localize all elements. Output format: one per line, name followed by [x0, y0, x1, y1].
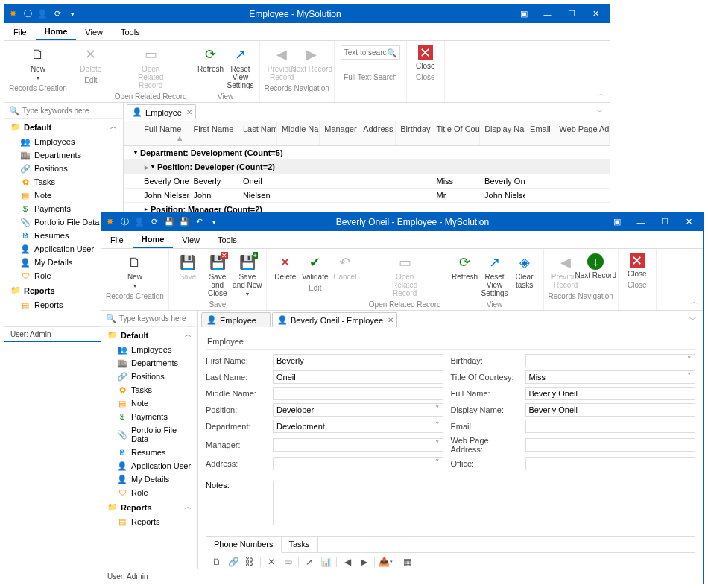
refresh-button[interactable]: ⟳Refresh	[451, 252, 479, 299]
titlebar[interactable]: ✸ ⓘ 👤 ⟳ ▾ Employee - MySolution ▣ — ☐ ✕	[4, 4, 610, 23]
col-header[interactable]: Display Name	[480, 121, 525, 145]
chart-icon[interactable]: 📊	[318, 555, 333, 569]
col-header[interactable]: Full Name ▲	[139, 121, 189, 145]
notes-textarea[interactable]	[273, 481, 695, 525]
middle-name-field[interactable]	[273, 387, 443, 400]
refresh-rows-icon[interactable]: ↗	[302, 555, 317, 569]
menu-view[interactable]: View	[173, 233, 209, 247]
ribbon-collapse-icon[interactable]: ︿	[691, 297, 698, 307]
reset-view-button[interactable]: ↗Reset View Settings	[481, 252, 509, 299]
nav-item-tasks[interactable]: ✿Tasks	[4, 175, 123, 189]
delete-button[interactable]: ✕Delete	[77, 44, 105, 75]
save-close-button[interactable]: 💾✕Save and Close	[203, 252, 232, 299]
tab-employee-detail[interactable]: 👤Beverly Oneil - Employee✕	[272, 312, 397, 327]
display-name-field[interactable]: Beverly Oneil	[525, 403, 696, 417]
prev-row-icon[interactable]: ◀	[340, 555, 355, 569]
nav-item-application-user[interactable]: 👤Application User	[101, 459, 197, 472]
minimize-button[interactable]: —	[537, 6, 559, 22]
nav-item-payments[interactable]: $Payments	[101, 410, 197, 423]
email-field[interactable]	[525, 420, 696, 433]
menu-home[interactable]: Home	[133, 232, 174, 248]
expand-icon[interactable]: ▾	[134, 149, 137, 156]
nav-item-resumes[interactable]: 🗎Resumes	[101, 446, 197, 459]
col-header[interactable]: Web Page Address	[554, 121, 610, 145]
position-field[interactable]: Developer	[273, 403, 443, 417]
nav-item-departments[interactable]: 🏬Departments	[101, 356, 197, 370]
save-button[interactable]: 💾Save	[174, 252, 202, 299]
close-icon[interactable]: ✕	[388, 316, 393, 324]
manager-field[interactable]	[273, 438, 443, 452]
group-row-position-dev[interactable]: ▸▾Position: Developer (Count=2)	[124, 160, 610, 174]
close-button[interactable]: ✕	[677, 214, 700, 230]
department-field[interactable]: Development	[273, 420, 443, 433]
table-row[interactable]: John NielsenJohnNielsenMrJohn Nielsen	[124, 189, 610, 203]
col-header[interactable]: Birthday	[396, 121, 432, 145]
nav-item-portfolio-file-data[interactable]: 📎Portfolio File Data	[101, 423, 197, 446]
delete-button[interactable]: ✕Delete	[271, 252, 300, 282]
close-record-button[interactable]: ✕Close	[623, 252, 651, 279]
nav-item-tasks[interactable]: ✿Tasks	[101, 383, 197, 396]
export-icon[interactable]: 📤▾	[378, 555, 393, 569]
close-button[interactable]: ✕	[584, 6, 607, 22]
col-header[interactable]: Middle Name	[277, 121, 320, 145]
first-name-field[interactable]: Beverly	[273, 354, 443, 367]
cancel-button[interactable]: ↶Cancel	[331, 252, 359, 282]
menu-home[interactable]: Home	[36, 24, 77, 40]
nav-item-note[interactable]: ▤Note	[4, 189, 123, 202]
link-icon[interactable]: 🔗	[226, 555, 241, 569]
new-item-icon[interactable]: 🗋	[209, 555, 224, 569]
refresh-icon[interactable]: ⟳	[52, 9, 63, 19]
next-record-button[interactable]: ↓Next Record	[581, 252, 610, 291]
birthday-field[interactable]	[525, 354, 696, 367]
user-icon[interactable]: 👤	[37, 9, 48, 19]
web-page-field[interactable]	[525, 438, 696, 452]
chevron-up-icon[interactable]: ︿	[110, 122, 117, 132]
group-row-department[interactable]: ▾Department: Development (Count=5)	[124, 146, 610, 160]
col-header[interactable]: Manager	[320, 121, 358, 145]
title-courtesy-field[interactable]: Miss	[525, 370, 696, 384]
ribbon-collapse-icon[interactable]: ︿	[598, 89, 605, 99]
open-related-button[interactable]: ▭Open Related Record	[136, 44, 165, 91]
expand-icon[interactable]: ▾	[151, 163, 154, 170]
prev-record-button[interactable]: ◀Previous Record	[268, 44, 296, 83]
chevron-up-icon[interactable]: ︿	[185, 330, 192, 340]
tab-employee[interactable]: 👤 Employee ✕	[127, 104, 196, 119]
sub-tab-tasks[interactable]: Tasks	[282, 537, 318, 552]
menu-tools[interactable]: Tools	[209, 233, 246, 247]
chevron-up-icon[interactable]: ︿	[185, 502, 192, 512]
overlap-windows-button[interactable]: ▣	[513, 6, 535, 22]
overlap-windows-button[interactable]: ▣	[606, 214, 628, 230]
maximize-button[interactable]: ☐	[654, 214, 676, 230]
nav-item-employees[interactable]: 👥Employees	[4, 135, 123, 148]
info-icon[interactable]: ⓘ	[22, 9, 33, 19]
nav-section-default[interactable]: 📁 Default ︿	[101, 327, 197, 343]
nav-search-input[interactable]	[119, 314, 193, 323]
menu-tools[interactable]: Tools	[112, 25, 149, 39]
save-new-button[interactable]: 💾+Save and New▾	[233, 252, 262, 299]
new-button[interactable]: 🗋New▾	[121, 252, 149, 291]
col-header[interactable]: Last Name	[238, 121, 277, 145]
chevron-down-icon[interactable]: ﹀	[596, 107, 604, 117]
validate-button[interactable]: ✔Validate	[301, 252, 329, 282]
new-button[interactable]: 🗋New▾	[24, 44, 52, 83]
nav-item-my-details[interactable]: 👤My Details	[101, 472, 197, 486]
next-row-icon[interactable]: ▶	[356, 555, 371, 569]
save-close-icon[interactable]: 💾	[179, 217, 189, 227]
delete-row-icon[interactable]: ✕	[264, 555, 279, 569]
nav-item-departments[interactable]: 🏬Departments	[4, 148, 123, 162]
col-header[interactable]: First Name	[189, 121, 238, 145]
minimize-button[interactable]: —	[630, 214, 652, 230]
undo-icon[interactable]: ↶	[194, 217, 204, 227]
refresh-icon[interactable]: ⟳	[149, 217, 159, 227]
qat-dropdown-icon[interactable]: ▾	[67, 9, 78, 19]
nav-item-note[interactable]: ▤Note	[101, 396, 197, 410]
col-header[interactable]: Email	[525, 121, 554, 145]
refresh-button[interactable]: ⟳Refresh	[197, 44, 225, 91]
last-name-field[interactable]: Oneil	[273, 370, 443, 384]
close-record-button[interactable]: ✕Close	[411, 44, 440, 72]
office-field[interactable]	[525, 457, 696, 470]
chevron-down-icon[interactable]: ﹀	[689, 314, 697, 325]
user-icon[interactable]: 👤	[134, 217, 145, 227]
unlink-icon[interactable]: ⛓	[242, 555, 257, 569]
menu-file[interactable]: File	[4, 25, 36, 39]
